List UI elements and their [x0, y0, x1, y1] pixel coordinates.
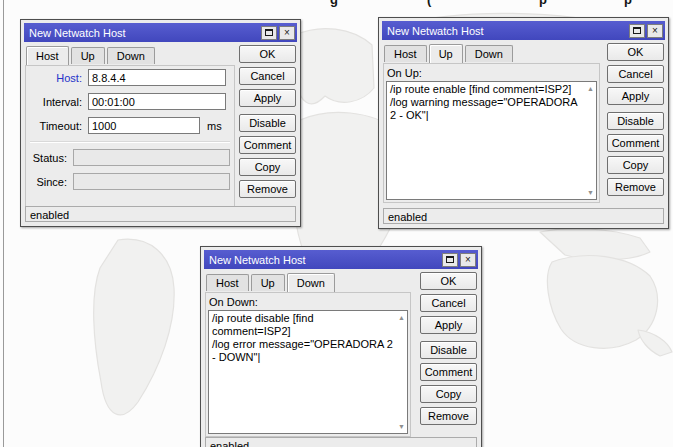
netwatch-up-dialog: New Netwatch Host × Host Up Down On Up: …	[378, 17, 669, 229]
action-buttons: OK Cancel Apply Disable Comment Copy Rem…	[420, 272, 477, 429]
apply-button[interactable]: Apply	[239, 89, 296, 107]
maximize-icon	[633, 27, 641, 34]
remove-button[interactable]: Remove	[420, 407, 477, 425]
tab-bar: Host Up Down	[206, 274, 478, 292]
tab-host[interactable]: Host	[206, 274, 249, 291]
down-tab-panel: On Down: /ip route disable [find comment…	[205, 292, 411, 437]
maximize-icon	[265, 29, 273, 36]
tab-up[interactable]: Up	[251, 274, 285, 291]
action-buttons: OK Cancel Apply Disable Comment Copy Rem…	[607, 43, 664, 200]
cancel-button[interactable]: Cancel	[420, 294, 477, 312]
remove-button[interactable]: Remove	[607, 178, 664, 196]
tab-host[interactable]: Host	[26, 46, 69, 65]
disable-button[interactable]: Disable	[420, 341, 477, 359]
timeout-label: Timeout:	[26, 120, 82, 132]
titlebar[interactable]: New Netwatch Host ×	[24, 23, 297, 42]
titlebar[interactable]: New Netwatch Host ×	[204, 250, 478, 269]
timeout-unit-label: ms	[207, 120, 222, 132]
netwatch-down-dialog: New Netwatch Host × Host Up Down On Down…	[200, 246, 482, 447]
titlebar[interactable]: New Netwatch Host ×	[382, 21, 665, 40]
cropped-text-fragment: (	[427, 0, 431, 7]
close-icon: ×	[652, 26, 658, 36]
netwatch-host-dialog: New Netwatch Host × Host Up Down Host: I…	[20, 19, 301, 227]
close-icon: ×	[284, 28, 290, 38]
tab-up[interactable]: Up	[71, 47, 105, 64]
since-label: Since:	[26, 176, 67, 188]
scroll-down-icon[interactable]: ▼	[587, 189, 594, 196]
cancel-button[interactable]: Cancel	[239, 67, 296, 85]
dialog-title: New Netwatch Host	[209, 254, 306, 266]
interval-label: Interval:	[26, 96, 82, 108]
status-bar: enabled	[25, 206, 296, 222]
dialog-title: New Netwatch Host	[29, 27, 126, 39]
cropped-text-fragment: p	[539, 0, 547, 7]
status-bar: enabled	[383, 208, 664, 224]
scroll-up-icon[interactable]: ▲	[587, 85, 594, 92]
on-up-label: On Up:	[384, 64, 599, 81]
host-field[interactable]	[88, 69, 226, 86]
maximize-button[interactable]	[261, 26, 277, 40]
cropped-text-fragment: g	[330, 0, 338, 7]
timeout-field[interactable]	[88, 117, 200, 134]
interval-field[interactable]	[88, 93, 226, 110]
close-button[interactable]: ×	[460, 253, 476, 267]
tab-down[interactable]: Down	[287, 273, 335, 292]
status-label: Status:	[26, 152, 67, 164]
on-up-script-input[interactable]: /ip route enable [find comment=ISP2] /lo…	[387, 82, 596, 199]
left-frame-edge	[3, 0, 4, 447]
on-down-script-box: /ip route disable [find comment=ISP2] /l…	[208, 310, 408, 434]
tab-down[interactable]: Down	[107, 47, 155, 64]
close-icon: ×	[465, 255, 471, 265]
maximize-button[interactable]	[442, 253, 458, 267]
host-tab-panel: Host: Interval: Timeout: ms Status: Sinc…	[25, 65, 235, 207]
action-buttons: OK Cancel Apply Disable Comment Copy Rem…	[239, 45, 296, 202]
tab-bar: Host Up Down	[26, 47, 297, 65]
cancel-button[interactable]: Cancel	[607, 65, 664, 83]
dialog-title: New Netwatch Host	[387, 25, 484, 37]
apply-button[interactable]: Apply	[607, 87, 664, 105]
scroll-up-icon[interactable]: ▲	[398, 314, 405, 321]
remove-button[interactable]: Remove	[239, 180, 296, 198]
maximize-button[interactable]	[629, 24, 645, 38]
status-bar: enabled	[205, 437, 477, 447]
copy-button[interactable]: Copy	[239, 158, 296, 176]
copy-button[interactable]: Copy	[420, 385, 477, 403]
comment-button[interactable]: Comment	[239, 136, 296, 154]
scroll-down-icon[interactable]: ▼	[398, 423, 405, 430]
tab-host[interactable]: Host	[384, 45, 427, 62]
maximize-icon	[446, 256, 454, 263]
separator	[30, 141, 230, 143]
copy-button[interactable]: Copy	[607, 156, 664, 174]
close-button[interactable]: ×	[279, 26, 295, 40]
comment-button[interactable]: Comment	[420, 363, 477, 381]
since-field	[73, 173, 230, 190]
status-field	[73, 149, 230, 166]
close-button[interactable]: ×	[647, 24, 663, 38]
on-down-label: On Down:	[206, 293, 410, 310]
on-up-script-box: /ip route enable [find comment=ISP2] /lo…	[386, 81, 597, 200]
tab-up[interactable]: Up	[429, 44, 463, 63]
cropped-text-fragment: p	[624, 0, 632, 7]
up-tab-panel: On Up: /ip route enable [find comment=IS…	[383, 63, 600, 203]
host-label: Host:	[26, 72, 82, 84]
comment-button[interactable]: Comment	[607, 134, 664, 152]
apply-button[interactable]: Apply	[420, 316, 477, 334]
disable-button[interactable]: Disable	[607, 112, 664, 130]
on-down-script-input[interactable]: /ip route disable [find comment=ISP2] /l…	[209, 311, 407, 433]
tab-bar: Host Up Down	[384, 45, 665, 63]
disable-button[interactable]: Disable	[239, 114, 296, 132]
tab-down[interactable]: Down	[465, 45, 513, 62]
